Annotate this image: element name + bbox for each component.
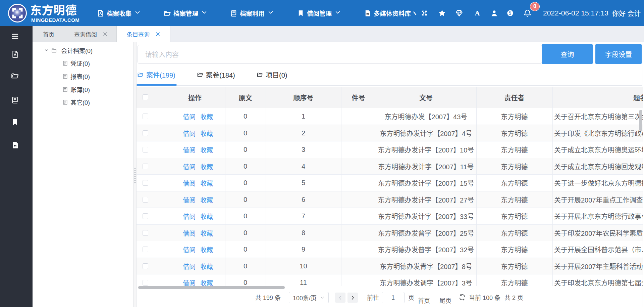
- svg-text:A: A: [475, 9, 480, 17]
